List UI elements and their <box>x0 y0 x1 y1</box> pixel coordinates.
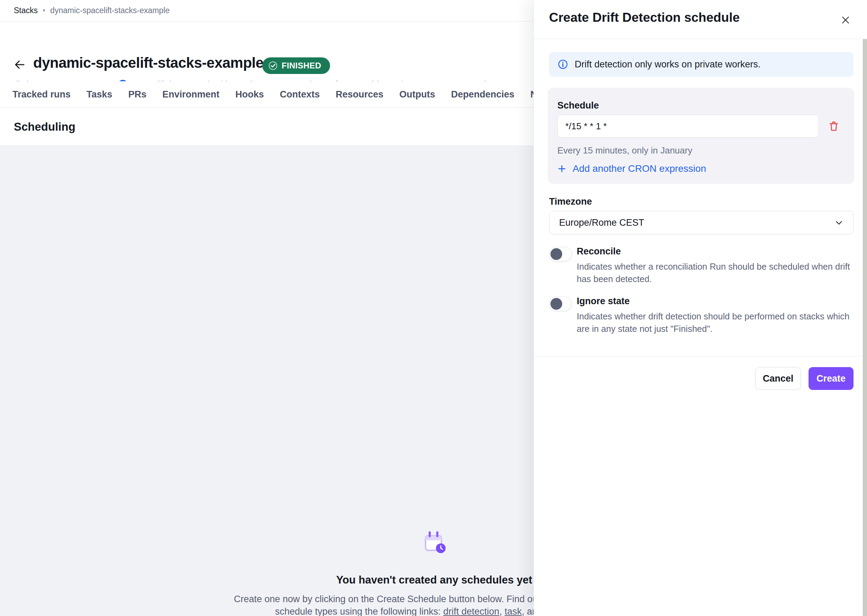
status-badge: FINISHED <box>262 57 330 74</box>
cron-helper-text: Every 15 minutes, only in January <box>557 145 692 156</box>
empty-state-comma: , <box>499 606 504 616</box>
toggle-knob <box>550 298 562 310</box>
reconcile-setting: Reconcile Indicates whether a reconcilia… <box>549 246 853 285</box>
breadcrumb-current: dynamic-spacelift-stacks-example <box>50 6 170 15</box>
page-title: dynamic-spacelift-stacks-example <box>33 55 263 71</box>
delete-cron-button[interactable] <box>827 119 840 133</box>
empty-state-line1: Create one now by clicking on the Create… <box>234 594 541 605</box>
timezone-select[interactable]: Europe/Rome CEST <box>549 211 853 234</box>
back-button[interactable] <box>13 57 27 72</box>
drift-detection-link[interactable]: drift detection <box>443 606 499 616</box>
create-button[interactable]: Create <box>809 367 853 390</box>
tab-tracked-runs[interactable]: Tracked runs <box>13 89 71 100</box>
reconcile-label: Reconcile <box>577 246 853 257</box>
timezone-value: Europe/Rome CEST <box>559 217 644 228</box>
schedule-label: Schedule <box>557 100 599 111</box>
tab-tasks[interactable]: Tasks <box>87 89 112 100</box>
plus-icon <box>556 163 567 174</box>
info-banner: Drift detection only works on private wo… <box>549 52 853 77</box>
ignore-state-toggle[interactable] <box>549 297 572 311</box>
create-drift-detection-drawer: Create Drift Detection schedule Drift de… <box>533 0 867 616</box>
calendar-clock-icon <box>421 530 448 555</box>
empty-state-line2-prefix: schedule types using the following links… <box>275 606 443 616</box>
drawer-scrollbar[interactable] <box>863 39 867 616</box>
spacelift-app: Stacks • dynamic-spacelift-stacks-exampl… <box>0 0 867 616</box>
drawer-footer-divider <box>534 356 867 357</box>
empty-state-title: You haven't created any schedules yet <box>330 574 538 586</box>
ignore-state-label: Ignore state <box>577 296 853 306</box>
info-icon <box>557 59 568 70</box>
reconcile-toggle[interactable] <box>549 247 572 261</box>
drawer-header-divider <box>534 39 867 39</box>
timezone-label: Timezone <box>549 196 592 207</box>
close-icon <box>840 14 851 25</box>
tab-dependencies[interactable]: Dependencies <box>451 89 514 100</box>
schedule-card: Schedule Every 15 minutes, only in Janua… <box>548 88 854 184</box>
check-icon <box>268 60 278 71</box>
trash-icon <box>828 120 840 132</box>
tab-prs[interactable]: PRs <box>128 89 147 100</box>
toggle-knob <box>550 248 562 260</box>
cancel-button[interactable]: Cancel <box>755 367 801 390</box>
task-link[interactable]: task <box>504 606 522 616</box>
reconcile-description: Indicates whether a reconciliation Run s… <box>577 260 856 285</box>
empty-state-line2: schedule types using the following links… <box>275 606 537 616</box>
chevron-down-icon <box>834 217 844 228</box>
back-arrow-icon <box>14 58 26 71</box>
add-cron-expression-link[interactable]: Add another CRON expression <box>556 163 706 174</box>
tab-outputs[interactable]: Outputs <box>399 89 435 100</box>
tab-resources[interactable]: Resources <box>336 89 383 100</box>
tab-hooks[interactable]: Hooks <box>235 89 264 100</box>
ignore-state-setting: Ignore state Indicates whether drift det… <box>549 296 853 335</box>
tab-contexts[interactable]: Contexts <box>280 89 320 100</box>
add-cron-expression-label: Add another CRON expression <box>572 163 706 174</box>
info-banner-text: Drift detection only works on private wo… <box>575 59 760 70</box>
ignore-state-description: Indicates whether drift detection should… <box>577 310 856 335</box>
section-title: Scheduling <box>14 120 76 134</box>
tab-environment[interactable]: Environment <box>162 89 219 100</box>
status-badge-label: FINISHED <box>282 61 321 71</box>
breadcrumb-stacks-link[interactable]: Stacks <box>14 6 38 15</box>
breadcrumb-separator: • <box>43 6 45 15</box>
drawer-title: Create Drift Detection schedule <box>549 10 740 25</box>
close-button[interactable] <box>839 14 852 26</box>
cron-expression-input[interactable] <box>557 115 819 138</box>
